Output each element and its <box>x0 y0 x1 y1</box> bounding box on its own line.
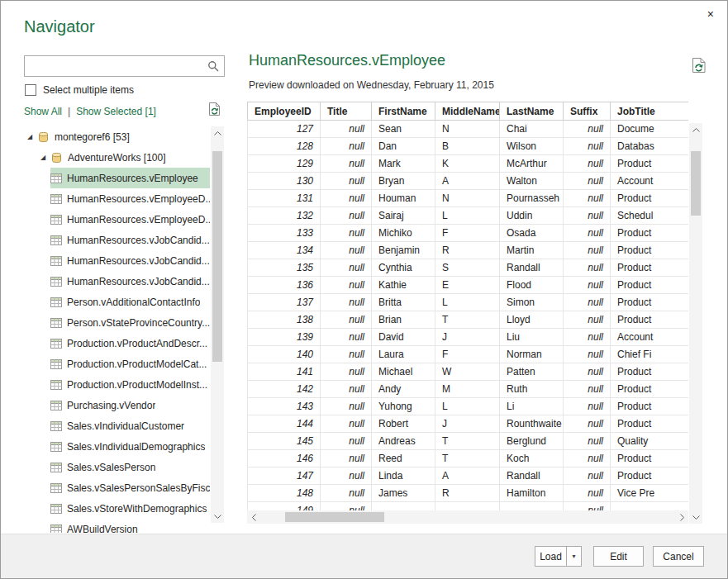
table-cell: null <box>564 207 611 225</box>
table-cell: 139 <box>248 329 321 346</box>
tree-item-view[interactable]: ◢HumanResources.vJobCandid... <box>50 271 210 292</box>
search-input[interactable] <box>25 56 202 76</box>
table-cell: McArthur <box>500 155 564 173</box>
table-row: 137nullBrittaLSimonnullProduct <box>248 294 689 311</box>
tree-item-label: Purchasing.vVendor <box>67 400 155 411</box>
tree-item-label: Sales.vIndividualCustomer <box>67 420 184 432</box>
select-multiple-checkbox[interactable] <box>25 84 36 96</box>
table-cell: Product <box>611 450 689 467</box>
table-cell: null <box>564 155 611 173</box>
tree-item-view[interactable]: ◢HumanResources.vEmployeeD... <box>50 209 210 230</box>
tree-item-view[interactable]: ◢AWBuildVersion <box>50 519 210 533</box>
tree-item-view[interactable]: ◢Sales.vIndividualCustomer <box>50 415 210 436</box>
table-cell: Product <box>611 398 689 415</box>
preview-vertical-scrollbar[interactable] <box>689 123 702 524</box>
preview-hscroll-thumb[interactable] <box>285 512 384 522</box>
table-row: 133nullMichikoFOsadanullProduct <box>248 225 689 242</box>
preview-hscroll-track[interactable] <box>260 510 675 524</box>
table-cell: Quality <box>611 433 689 450</box>
table-cell: Liu <box>500 329 564 346</box>
preview-horizontal-scrollbar[interactable] <box>247 510 688 524</box>
table-cell: Rounthwaite <box>500 415 564 433</box>
tree-item-view[interactable]: ◢HumanResources.vJobCandid... <box>50 250 210 271</box>
tree-item-view[interactable]: ◢HumanResources.vEmployee <box>50 168 210 188</box>
tree-item-view[interactable]: ◢Purchasing.vVendor <box>50 395 210 415</box>
scroll-right-icon[interactable] <box>675 510 688 524</box>
table-row: 141nullMichaelWPattennullProduct <box>248 363 689 381</box>
table-row: 149nullnull <box>248 502 689 511</box>
table-row: 134nullBenjaminRMartinnullProduct <box>248 242 689 259</box>
tree-item-view[interactable]: ◢Person.vAdditionalContactInfo <box>50 292 210 312</box>
close-icon[interactable]: × <box>702 6 719 22</box>
table-cell: Product <box>611 294 689 311</box>
tree-item-database[interactable]: ◢AdventureWorks [100] <box>39 147 210 168</box>
tree-item-label: AWBuildVersion <box>67 524 138 534</box>
refresh-icon[interactable] <box>208 102 221 120</box>
table-cell: Account <box>611 173 689 190</box>
table-cell: J <box>435 329 500 346</box>
table-row: 146nullReedTKochnullProduct <box>248 450 689 467</box>
tree-item-view[interactable]: ◢Production.vProductModelInst... <box>50 374 210 395</box>
preview-vscroll-thumb[interactable] <box>691 151 701 216</box>
preview-refresh-icon[interactable] <box>692 57 707 77</box>
tree-item-server[interactable]: ◢montegoref6 [53] <box>26 126 210 147</box>
edit-button[interactable]: Edit <box>593 546 644 567</box>
table-row: 131nullHoumanNPournassehnullProduct <box>248 190 689 207</box>
table-cell: null <box>564 415 611 433</box>
load-button[interactable]: Load <box>535 546 567 567</box>
table-cell: Michael <box>372 363 435 381</box>
table-cell: Sean <box>372 121 435 138</box>
table-cell: Product <box>611 259 689 277</box>
tree-item-view[interactable]: ◢HumanResources.vJobCandid... <box>50 230 210 250</box>
tree-item-view[interactable]: ◢Sales.vSalesPersonSalesByFisc... <box>50 477 210 498</box>
expand-triangle-icon[interactable]: ◢ <box>26 133 34 140</box>
table-cell: Michiko <box>372 225 435 242</box>
scroll-up-icon[interactable] <box>211 126 224 140</box>
scroll-up-icon[interactable] <box>689 123 702 136</box>
table-cell: null <box>321 225 372 242</box>
table-cell: null <box>564 190 611 207</box>
scroll-left-icon[interactable] <box>247 510 260 524</box>
filter-links: Show All | Show Selected [1] <box>24 106 156 117</box>
load-dropdown-button[interactable]: ▾ <box>566 546 582 567</box>
table-cell: Product <box>611 155 689 173</box>
table-cell: null <box>564 363 611 381</box>
show-all-link[interactable]: Show All <box>24 106 62 117</box>
table-cell: null <box>321 415 372 433</box>
tree-item-label: montegoref6 [53] <box>55 131 130 143</box>
preview-vscroll-track[interactable] <box>689 136 702 510</box>
table-cell: null <box>564 138 611 155</box>
table-view-icon <box>50 401 63 411</box>
table-row: 129nullMarkKMcArthurnullProduct <box>248 155 689 173</box>
tree-scroll-track[interactable] <box>211 140 224 510</box>
tree-item-view[interactable]: ◢Production.vProductModelCat... <box>50 354 210 374</box>
tree-scroll-thumb[interactable] <box>212 151 222 362</box>
search-box <box>24 55 225 77</box>
column-header-employeeid: EmployeeID <box>248 102 321 121</box>
tree-item-view[interactable]: ◢Sales.vSalesPerson <box>50 457 210 477</box>
table-cell: null <box>321 433 372 450</box>
table-cell: 133 <box>248 225 321 242</box>
scroll-down-icon[interactable] <box>689 510 702 524</box>
table-cell: 140 <box>248 346 321 363</box>
show-selected-link[interactable]: Show Selected [1] <box>76 106 156 117</box>
expand-triangle-icon[interactable]: ◢ <box>39 154 47 161</box>
table-cell: Account <box>611 329 689 346</box>
tree-item-view[interactable]: ◢HumanResources.vEmployeeD... <box>50 188 210 209</box>
tree-scrollbar[interactable] <box>211 126 224 523</box>
tree-item-view[interactable]: ◢Person.vStateProvinceCountry... <box>50 312 210 333</box>
database-icon <box>51 152 64 164</box>
tree-item-view[interactable]: ◢Sales.vStoreWithDemographics <box>50 498 210 519</box>
select-multiple-row: Select multiple items <box>25 84 134 96</box>
cancel-button[interactable]: Cancel <box>653 546 704 567</box>
table-cell: null <box>321 294 372 311</box>
tree-item-view[interactable]: ◢Sales.vIndividualDemographics <box>50 436 210 457</box>
table-cell: null <box>321 121 372 138</box>
tree-item-view[interactable]: ◢Production.vProductAndDescr... <box>50 333 210 354</box>
search-icon[interactable] <box>202 56 224 76</box>
scroll-down-icon[interactable] <box>211 510 224 523</box>
table-cell: Walton <box>500 173 564 190</box>
table-view-icon <box>50 483 63 493</box>
table-cell: null <box>321 329 372 346</box>
table-cell: null <box>321 485 372 502</box>
